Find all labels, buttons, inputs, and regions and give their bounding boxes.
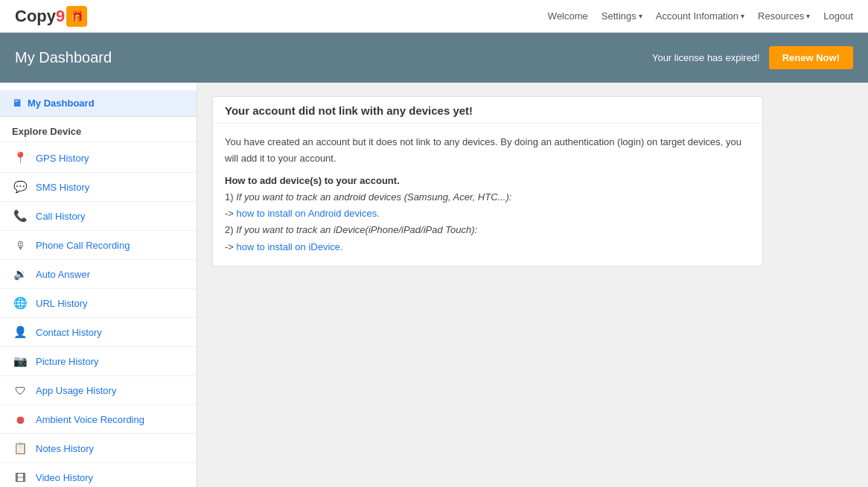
phone-call-recording-label: Phone Call Recording <box>36 240 130 251</box>
logo-9-text: 9 <box>56 7 65 26</box>
idevice-install-link[interactable]: how to install on iDevice. <box>237 241 343 252</box>
sidebar-item-sms-history[interactable]: 💬 SMS History <box>0 173 197 202</box>
sidebar: 🖥 My Dashboard Explore Device 📍 GPS Hist… <box>0 83 197 487</box>
sidebar-item-url-history[interactable]: 🌐 URL History <box>0 289 197 318</box>
logo-copy-text: Copy <box>15 7 56 26</box>
nav-account-info[interactable]: Account Infomation <box>656 10 744 22</box>
renew-button[interactable]: Renew Now! <box>769 46 853 69</box>
ambient-voice-recording-label: Ambient Voice Recording <box>36 414 144 425</box>
contact-history-label: Contact History <box>36 327 102 338</box>
call-icon: 📞 <box>12 208 28 224</box>
step1-prefix: 1) <box>225 191 236 203</box>
auto-answer-icon: 🔉 <box>12 266 28 282</box>
android-install-link[interactable]: how to install on Android devices. <box>237 208 380 219</box>
arrow2: -> <box>225 241 237 252</box>
main-content: Your account did not link with any devic… <box>197 83 868 487</box>
video-icon: 🎞 <box>12 469 28 486</box>
sidebar-item-app-usage-history[interactable]: 🛡 App Usage History <box>0 376 197 405</box>
nav-resources[interactable]: Resources <box>758 10 810 22</box>
gps-icon: 📍 <box>12 150 28 166</box>
arrow1-line: -> how to install on Android devices. <box>225 206 750 222</box>
dashboard-header: My Dashboard Your license has expired! R… <box>0 33 868 83</box>
layout: 🖥 My Dashboard Explore Device 📍 GPS Hist… <box>0 83 868 487</box>
sidebar-item-gps-history[interactable]: 📍 GPS History <box>0 144 197 173</box>
license-area: Your license has expired! Renew Now! <box>652 46 853 69</box>
nav-links: Welcome Settings Account Infomation Reso… <box>548 10 853 22</box>
sidebar-item-auto-answer[interactable]: 🔉 Auto Answer <box>0 260 197 289</box>
sidebar-item-contact-history[interactable]: 👤 Contact History <box>0 318 197 347</box>
alert-box: Your account did not link with any devic… <box>212 96 763 267</box>
sms-history-label: SMS History <box>36 182 89 193</box>
monitor-icon: 🖥 <box>12 98 22 109</box>
picture-icon: 📷 <box>12 353 28 369</box>
picture-history-label: Picture History <box>36 356 99 367</box>
video-history-label: Video History <box>36 472 93 483</box>
call-history-label: Call History <box>36 211 85 222</box>
logo-icon: 🎁 <box>66 6 87 27</box>
dashboard-title: My Dashboard <box>15 49 112 66</box>
phone-record-icon: 🎙 <box>12 237 28 253</box>
step2-italic: If you want to track an iDevice(iPhone/i… <box>236 224 477 235</box>
auto-answer-label: Auto Answer <box>36 269 90 280</box>
logo: Copy9 🎁 <box>15 6 87 27</box>
contact-icon: 👤 <box>12 324 28 340</box>
arrow2-line: -> how to install on iDevice. <box>225 239 750 255</box>
notes-history-label: Notes History <box>36 443 94 454</box>
sidebar-item-notes-history[interactable]: 📋 Notes History <box>0 434 197 463</box>
alert-body: You have created an account but it does … <box>213 124 762 266</box>
sms-icon: 💬 <box>12 179 28 195</box>
sidebar-item-phone-call-recording[interactable]: 🎙 Phone Call Recording <box>0 231 197 260</box>
step1-italic: If you want to track an android devices … <box>236 191 511 203</box>
how-to-title: How to add device(s) to your account. <box>225 175 400 186</box>
explore-device-title: Explore Device <box>0 117 197 142</box>
url-icon: 🌐 <box>12 295 28 311</box>
nav-logout[interactable]: Logout <box>823 10 853 22</box>
notes-icon: 📋 <box>12 440 28 456</box>
ambient-icon: ⏺ <box>12 411 28 427</box>
gps-history-label: GPS History <box>36 153 89 164</box>
sidebar-item-picture-history[interactable]: 📷 Picture History <box>0 347 197 376</box>
arrow1: -> <box>225 208 237 219</box>
app-usage-icon: 🛡 <box>12 382 28 398</box>
step1-line: 1) If you want to track an android devic… <box>225 189 750 206</box>
top-nav: Copy9 🎁 Welcome Settings Account Infomat… <box>0 0 868 33</box>
sidebar-item-my-dashboard[interactable]: 🖥 My Dashboard <box>0 90 197 117</box>
nav-welcome: Welcome <box>548 10 588 22</box>
my-dashboard-label: My Dashboard <box>28 98 95 109</box>
app-usage-history-label: App Usage History <box>36 385 116 396</box>
sidebar-item-video-history[interactable]: 🎞 Video History <box>0 463 197 487</box>
nav-settings[interactable]: Settings <box>601 10 642 22</box>
step2-line: 2) If you want to track an iDevice(iPhon… <box>225 222 750 238</box>
sidebar-item-ambient-voice-recording[interactable]: ⏺ Ambient Voice Recording <box>0 405 197 434</box>
license-message: Your license has expired! <box>652 52 760 63</box>
alert-body-text: You have created an account but it does … <box>225 134 750 167</box>
step2-prefix: 2) <box>225 224 236 235</box>
sidebar-item-call-history[interactable]: 📞 Call History <box>0 202 197 231</box>
url-history-label: URL History <box>36 298 88 309</box>
alert-heading: Your account did not link with any devic… <box>213 97 762 124</box>
